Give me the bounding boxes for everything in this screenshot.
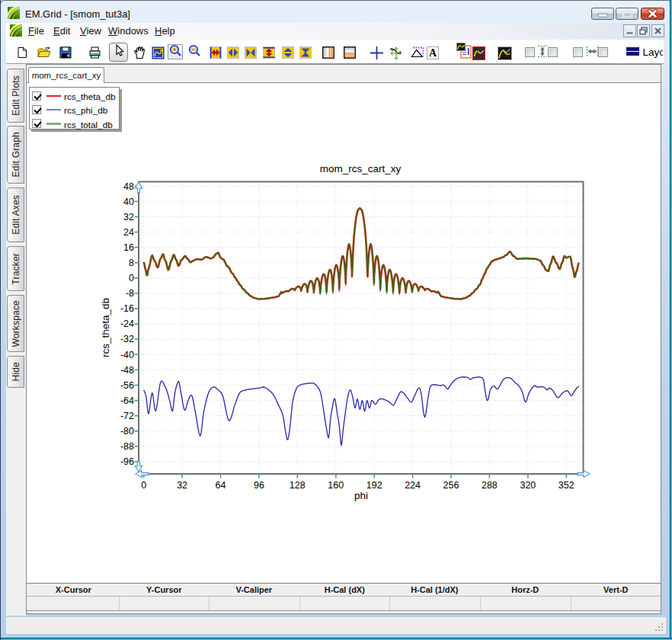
svg-text:-64: -64 xyxy=(120,395,134,406)
svg-text:8: 8 xyxy=(129,258,134,268)
svg-text:32: 32 xyxy=(123,212,134,222)
svg-text:32: 32 xyxy=(177,480,187,491)
svg-text:A: A xyxy=(429,47,437,59)
svg-text:-24: -24 xyxy=(120,318,134,329)
svg-text:-48: -48 xyxy=(120,365,134,376)
svg-text:-16: -16 xyxy=(120,303,134,314)
svg-text:224: 224 xyxy=(405,480,421,491)
svg-text:192: 192 xyxy=(366,480,382,491)
svg-text:288: 288 xyxy=(482,480,498,491)
svg-text:-96: -96 xyxy=(120,456,134,467)
svg-text:0: 0 xyxy=(141,480,146,491)
svg-text:40: 40 xyxy=(123,197,134,207)
svg-text:-32: -32 xyxy=(120,334,134,344)
svg-text:128: 128 xyxy=(290,480,306,491)
svg-text:-40: -40 xyxy=(120,350,134,360)
svg-text:64: 64 xyxy=(216,480,226,491)
svg-text:mom_rcs_cart_xy: mom_rcs_cart_xy xyxy=(320,163,402,174)
svg-text:rcs_theta_db: rcs_theta_db xyxy=(100,298,111,357)
svg-text:48: 48 xyxy=(123,181,134,192)
svg-text:-88: -88 xyxy=(120,441,134,452)
svg-text:16: 16 xyxy=(123,242,134,253)
svg-text:320: 320 xyxy=(520,480,536,491)
svg-text:256: 256 xyxy=(443,480,459,491)
svg-text:24: 24 xyxy=(123,227,134,238)
svg-text:-56: -56 xyxy=(120,380,134,391)
svg-text:phi: phi xyxy=(354,490,368,501)
svg-text:160: 160 xyxy=(328,480,344,491)
svg-text:-80: -80 xyxy=(120,426,134,437)
svg-text:-72: -72 xyxy=(120,411,134,421)
svg-text:0: 0 xyxy=(129,273,134,283)
svg-text:-8: -8 xyxy=(126,288,134,299)
svg-text:96: 96 xyxy=(254,480,264,491)
svg-text:352: 352 xyxy=(558,480,574,491)
